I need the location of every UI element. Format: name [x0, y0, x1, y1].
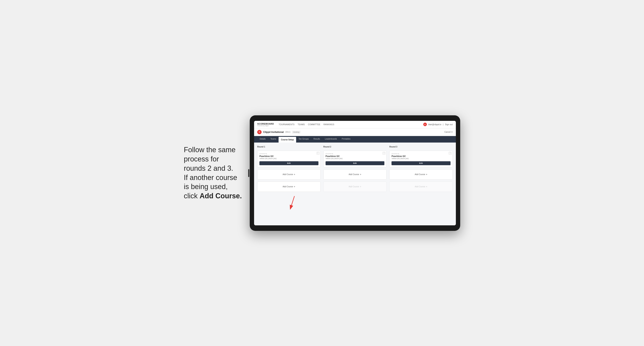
- logo-sub: Powered by clippd: [257, 125, 274, 126]
- tablet-side-button: [248, 169, 249, 177]
- round-1-course-card-wrapper: (Course A) Peachtree GC Yellow (M) (6629…: [257, 151, 320, 167]
- tournament-info: C Clippd Invitational (Men) Hosting: [257, 130, 300, 134]
- tab-tee-groups[interactable]: Tee Groups: [296, 136, 311, 143]
- nav-committee[interactable]: COMMITTEE: [308, 123, 320, 126]
- round-1-course-details: Yellow (M) (6629 yds): [260, 158, 318, 160]
- round-3-edit-button[interactable]: Edit: [392, 161, 450, 165]
- tablet-screen: SCOREBOARD Powered by clippd TOURNAMENTS…: [254, 121, 456, 225]
- round-3-course-label: (Course A): [392, 153, 450, 155]
- tablet-frame: SCOREBOARD Powered by clippd TOURNAMENTS…: [250, 115, 460, 231]
- round-3-course-card-wrapper: (Course A) Peachtree GC Yellow (M) (6629…: [389, 151, 453, 167]
- logo-title: SCOREBOARD: [257, 123, 274, 125]
- instruction-text: Follow the same process for rounds 2 and…: [184, 145, 242, 201]
- round-1-column: Round 1 (Course A) Peachtree GC Yellow (…: [257, 146, 320, 192]
- round-1-add-course-2[interactable]: Add Course +: [257, 181, 320, 192]
- round-1-title: Round 1: [257, 146, 320, 148]
- round-2-course-card-wrapper: (Course A) Peachtree GC Yellow (M) (6629…: [324, 151, 387, 167]
- tournament-type: (Men): [285, 131, 290, 133]
- instruction-line6-bold: Add Course.: [200, 192, 242, 200]
- round-1-course-name: Peachtree GC: [260, 155, 318, 157]
- nav-separator: |: [443, 123, 444, 126]
- round-2-edit-button[interactable]: Edit: [326, 161, 384, 165]
- round-2-course-details: Yellow (M) (6629 yds): [326, 158, 384, 160]
- round-3-course-name: Peachtree GC: [392, 155, 450, 157]
- round-2-plus-icon-1: +: [360, 173, 361, 176]
- round-3-add-course-label-1: Add Course +: [415, 173, 428, 176]
- round-2-add-course-text-2: Add Course: [349, 185, 359, 188]
- nav-teams[interactable]: TEAMS: [298, 123, 305, 126]
- round-1-add-course-label-1: Add Course +: [282, 173, 295, 176]
- hosting-badge: Hosting: [292, 131, 300, 134]
- round-3-add-course-label-2: Add Course +: [415, 185, 428, 188]
- round-2-course-name: Peachtree GC: [326, 155, 384, 157]
- round-1-plus-icon-1: +: [294, 173, 295, 176]
- round-2-course-label: (Course A): [326, 153, 384, 155]
- round-3-add-course-2[interactable]: Add Course +: [389, 181, 453, 192]
- round-2-add-course-text-1: Add Course: [349, 173, 359, 175]
- user-email: blair@clippd.io: [428, 123, 442, 126]
- round-3-add-course-1[interactable]: Add Course +: [389, 169, 453, 179]
- round-2-add-course-1[interactable]: Add Course +: [324, 169, 387, 179]
- round-1-plus-icon-2: +: [294, 185, 295, 188]
- instruction-line4: If another course: [184, 173, 237, 181]
- round-3-add-course-text-1: Add Course: [415, 173, 425, 175]
- user-avatar: B: [423, 123, 427, 126]
- round-3-delete-button[interactable]: ✕: [449, 152, 452, 155]
- round-1-add-course-text-1: Add Course: [282, 173, 293, 175]
- round-2-add-course-label-2: Add Course +: [349, 185, 361, 188]
- round-2-delete-button[interactable]: ✕: [382, 152, 385, 155]
- tournament-header: C Clippd Invitational (Men) Hosting Canc…: [254, 128, 456, 136]
- instruction-line1: Follow the same: [184, 146, 236, 154]
- sign-out-link[interactable]: Sign out: [445, 123, 453, 126]
- round-3-plus-icon-2: +: [426, 185, 428, 188]
- tournament-logo: C: [257, 130, 262, 134]
- round-3-course-card: (Course A) Peachtree GC Yellow (M) (6629…: [389, 151, 453, 167]
- round-2-add-course-2[interactable]: Add Course +: [324, 181, 387, 192]
- round-2-add-course-label-1: Add Course +: [349, 173, 361, 176]
- top-nav-right: B blair@clippd.io | Sign out: [423, 123, 453, 126]
- rounds-grid: Round 1 (Course A) Peachtree GC Yellow (…: [257, 146, 453, 192]
- round-1-edit-button[interactable]: Edit: [260, 161, 318, 165]
- tournament-name: Clippd Invitational: [263, 131, 284, 134]
- round-2-course-card: (Course A) Peachtree GC Yellow (M) (6629…: [324, 151, 387, 167]
- round-1-course-card: (Course A) Peachtree GC Yellow (M) (6629…: [257, 151, 320, 167]
- tab-teams[interactable]: Teams: [268, 136, 278, 143]
- round-3-title: Round 3: [389, 146, 453, 148]
- round-1-add-course-text-2: Add Course: [282, 185, 293, 188]
- round-3-column: Round 3 (Course A) Peachtree GC Yellow (…: [389, 146, 453, 192]
- tab-results[interactable]: Results: [311, 136, 322, 143]
- round-3-add-course-text-2: Add Course: [415, 185, 425, 188]
- round-2-title: Round 2: [324, 146, 387, 148]
- cancel-button[interactable]: Cancel ✕: [444, 131, 453, 133]
- instruction-line6: click: [184, 192, 200, 200]
- tab-printables[interactable]: Printables: [339, 136, 353, 143]
- nav-tournaments[interactable]: TOURNAMENTS: [278, 123, 294, 126]
- page-wrapper: Follow the same process for rounds 2 and…: [184, 115, 460, 231]
- round-2-plus-icon-2: +: [360, 185, 361, 188]
- top-nav-links: TOURNAMENTS TEAMS COMMITTEE RANKINGS: [278, 123, 423, 126]
- tab-course-setup[interactable]: Course Setup: [278, 137, 296, 143]
- round-3-plus-icon-1: +: [426, 173, 428, 176]
- tab-bar: Details Teams Course Setup Tee Groups Re…: [254, 136, 456, 143]
- instruction-line5: is being used,: [184, 182, 228, 191]
- instruction-line3: rounds 2 and 3.: [184, 164, 233, 172]
- round-3-course-details: Yellow (M) (6629 yds): [392, 158, 450, 160]
- nav-rankings[interactable]: RANKINGS: [324, 123, 334, 126]
- round-1-add-course-label-2: Add Course +: [282, 185, 295, 188]
- instruction-line2: process for: [184, 155, 219, 163]
- tab-details[interactable]: Details: [257, 136, 268, 143]
- round-2-column: Round 2 (Course A) Peachtree GC Yellow (…: [324, 146, 387, 192]
- round-1-delete-button[interactable]: ✕: [317, 152, 320, 155]
- round-1-add-course-1[interactable]: Add Course +: [257, 169, 320, 179]
- scoreboard-logo: SCOREBOARD Powered by clippd: [257, 123, 274, 126]
- tab-leaderboards[interactable]: Leaderboards: [322, 136, 339, 143]
- top-nav: SCOREBOARD Powered by clippd TOURNAMENTS…: [254, 121, 456, 128]
- main-content: Round 1 (Course A) Peachtree GC Yellow (…: [254, 143, 456, 225]
- round-1-course-label: (Course A): [260, 153, 318, 155]
